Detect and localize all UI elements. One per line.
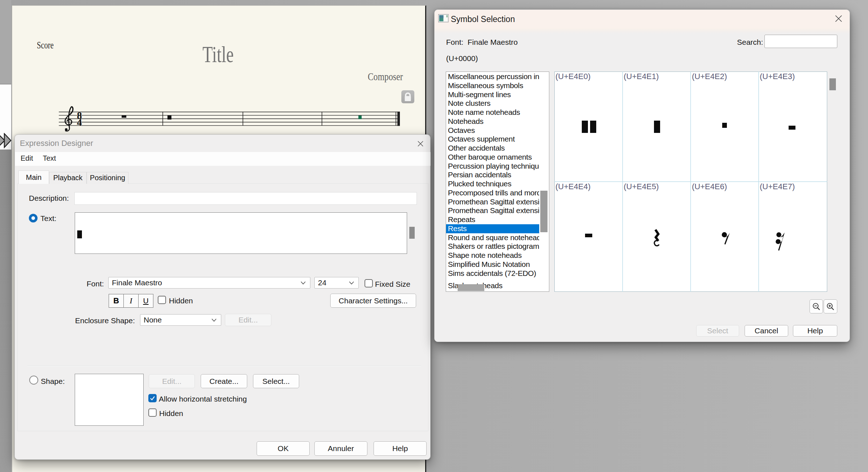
svg-text:(U+E4E7): (U+E4E7) — [760, 182, 795, 191]
svg-text:(U+E4E5): (U+E4E5) — [624, 182, 659, 191]
svg-text:(U+E4E6): (U+E4E6) — [692, 182, 727, 191]
svg-text:(U+E4E1): (U+E4E1) — [624, 72, 659, 81]
svg-text:4: 4 — [77, 117, 82, 128]
svg-text:(U+E4E4): (U+E4E4) — [555, 182, 590, 191]
svg-text:(U+E4E0): (U+E4E0) — [555, 72, 590, 81]
svg-text:(U+E4E3): (U+E4E3) — [760, 72, 795, 81]
svg-text:(U+E4E2): (U+E4E2) — [692, 72, 727, 81]
